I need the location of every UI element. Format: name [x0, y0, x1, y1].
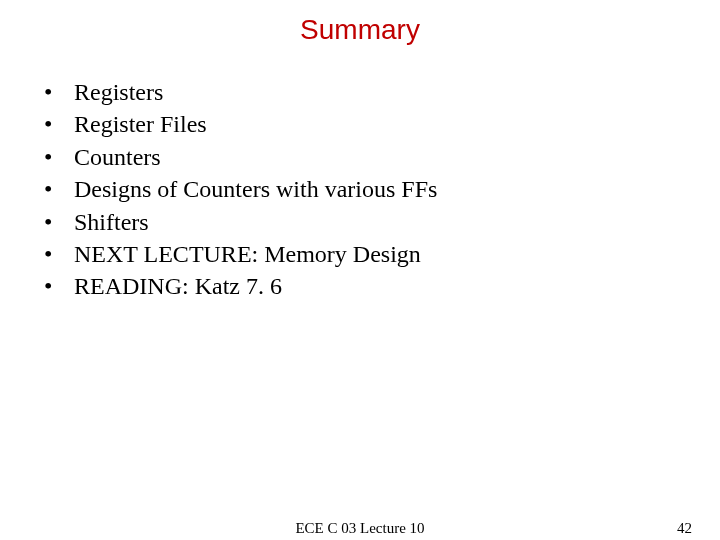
- list-item: • Registers: [38, 76, 720, 108]
- bullet-icon: •: [38, 108, 74, 140]
- list-item-text: Shifters: [74, 206, 149, 238]
- bullet-icon: •: [38, 76, 74, 108]
- slide-title: Summary: [0, 14, 720, 46]
- bullet-icon: •: [38, 206, 74, 238]
- footer-page-number: 42: [677, 520, 692, 537]
- list-item: • Counters: [38, 141, 720, 173]
- list-item: • Designs of Counters with various FFs: [38, 173, 720, 205]
- list-item-text: Counters: [74, 141, 161, 173]
- footer-lecture-label: ECE C 03 Lecture 10: [295, 520, 424, 537]
- list-item: • Shifters: [38, 206, 720, 238]
- list-item-text: Registers: [74, 76, 163, 108]
- bullet-icon: •: [38, 238, 74, 270]
- bullet-icon: •: [38, 270, 74, 302]
- list-item-text: Designs of Counters with various FFs: [74, 173, 437, 205]
- list-item-text: NEXT LECTURE: Memory Design: [74, 238, 421, 270]
- list-item: • READING: Katz 7. 6: [38, 270, 720, 302]
- bullet-icon: •: [38, 141, 74, 173]
- list-item-text: Register Files: [74, 108, 207, 140]
- list-item-text: READING: Katz 7. 6: [74, 270, 282, 302]
- bullet-icon: •: [38, 173, 74, 205]
- bullet-list: • Registers • Register Files • Counters …: [38, 76, 720, 303]
- list-item: • Register Files: [38, 108, 720, 140]
- list-item: • NEXT LECTURE: Memory Design: [38, 238, 720, 270]
